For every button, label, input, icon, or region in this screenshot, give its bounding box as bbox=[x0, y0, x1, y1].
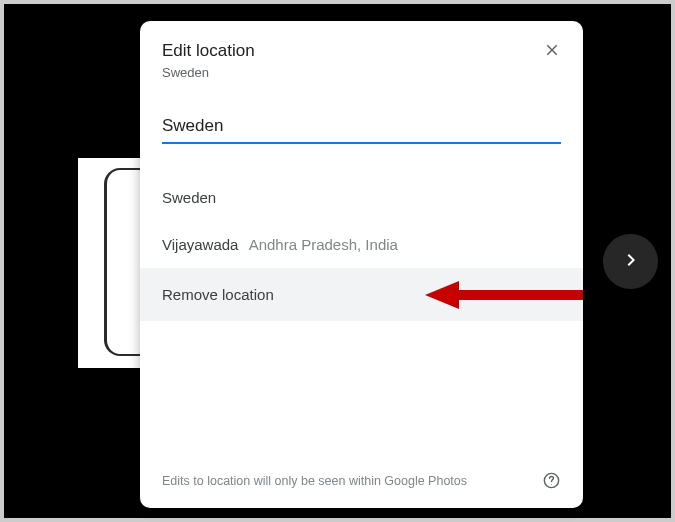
edit-location-dialog: Edit location Sweden Sweden Vijayawada A… bbox=[140, 21, 583, 508]
footer-note: Edits to location will only be seen with… bbox=[162, 474, 467, 488]
remove-location-option[interactable]: Remove location bbox=[140, 268, 583, 321]
location-suggestions-list: Sweden Vijayawada Andhra Pradesh, India … bbox=[140, 174, 583, 321]
next-photo-button[interactable] bbox=[603, 234, 658, 289]
dialog-footer: Edits to location will only be seen with… bbox=[140, 455, 583, 508]
chevron-right-icon bbox=[619, 248, 643, 276]
dialog-current-location: Sweden bbox=[162, 65, 561, 80]
location-search-field[interactable] bbox=[162, 116, 561, 144]
suggestion-primary: Sweden bbox=[162, 189, 216, 206]
background-phone-edge bbox=[104, 168, 144, 356]
close-icon bbox=[543, 41, 561, 63]
dialog-title: Edit location bbox=[162, 41, 561, 61]
help-button[interactable] bbox=[542, 471, 561, 490]
svg-marker-0 bbox=[425, 281, 583, 309]
dialog-header: Edit location Sweden bbox=[140, 21, 583, 80]
suggestion-secondary: Andhra Pradesh, India bbox=[249, 236, 398, 253]
close-button[interactable] bbox=[539, 39, 565, 65]
location-search-input[interactable] bbox=[162, 116, 561, 136]
location-suggestion[interactable]: Vijayawada Andhra Pradesh, India bbox=[140, 221, 583, 268]
suggestion-primary: Vijayawada bbox=[162, 236, 238, 253]
annotation-arrow bbox=[425, 277, 585, 313]
remove-location-label: Remove location bbox=[162, 286, 274, 303]
svg-point-2 bbox=[551, 484, 552, 485]
help-icon bbox=[542, 476, 561, 493]
location-suggestion[interactable]: Sweden bbox=[140, 174, 583, 221]
